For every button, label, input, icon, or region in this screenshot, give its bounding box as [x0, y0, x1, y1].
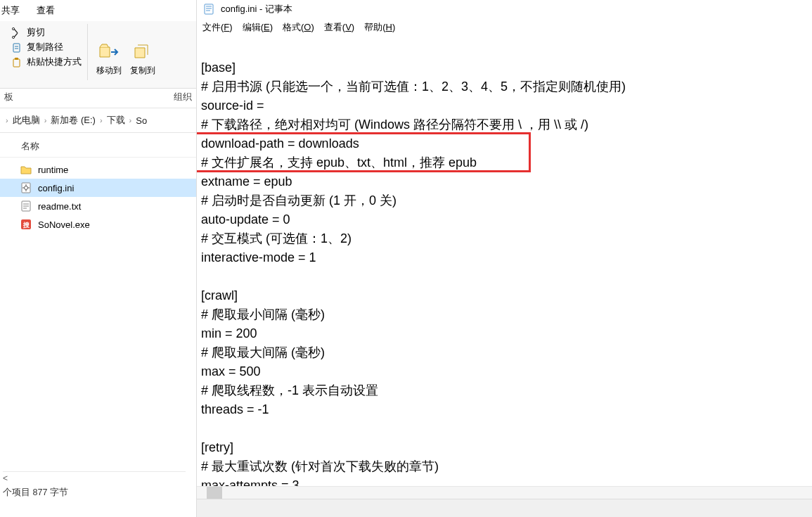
notepad-icon [202, 3, 215, 15]
text-line: source-id = [201, 98, 264, 113]
text-line: interactive-mode = 1 [201, 250, 316, 264]
copy-path-icon [11, 42, 22, 53]
list-item[interactable]: readme.txt [0, 197, 196, 215]
text-line: # 爬取最大间隔 (毫秒) [201, 345, 325, 359]
breadcrumb-pc[interactable]: 此电脑 [13, 114, 40, 127]
ribbon-group-organize: 移动到 复制到 [89, 24, 162, 88]
ribbon-tab-row: 共享 查看 [0, 0, 196, 21]
text-line: min = 200 [201, 326, 257, 340]
explorer-window: 共享 查看 剪切 复制路径 [0, 0, 197, 517]
list-item[interactable]: config.ini [0, 179, 196, 197]
exe-file-icon: 搜 [20, 218, 32, 231]
svg-rect-2 [13, 44, 20, 52]
text-line: [crawl] [201, 288, 238, 302]
notepad-titlebar: config.ini - 记事本 [197, 0, 812, 18]
cut-button[interactable]: 剪切 [11, 27, 82, 39]
txt-file-icon [20, 200, 32, 212]
text-line: # 启动时是否自动更新 (1 开，0 关) [201, 193, 397, 208]
column-header-name[interactable]: 名称 [0, 133, 196, 158]
breadcrumb-folder-cut[interactable]: So [136, 115, 147, 126]
svg-text:搜: 搜 [22, 222, 30, 229]
text-line: # 爬取线程数，-1 表示自动设置 [201, 383, 378, 397]
breadcrumb[interactable]: › 此电脑 › 新加卷 (E:) › 下载 › So [0, 108, 196, 133]
copy-to-label: 复制到 [130, 65, 155, 77]
text-line: # 交互模式 (可选值：1、2) [201, 231, 352, 245]
menu-view[interactable]: 查看(V) [324, 21, 354, 34]
horizontal-scrollbar[interactable]: < [3, 471, 186, 483]
text-line: [base] [201, 60, 236, 75]
notepad-textarea[interactable]: [base] # 启用书源 (只能选一个，当前可选值：1、2、3、4、5，不指定… [197, 38, 812, 486]
text-line: auto-update = 0 [201, 212, 290, 226]
file-name: readme.txt [38, 201, 81, 212]
paste-shortcut-label: 粘贴快捷方式 [27, 56, 82, 68]
ribbon-group-clipboard: 剪切 复制路径 粘贴快捷方式 [0, 24, 86, 88]
chevron-right-icon: › [4, 116, 10, 125]
svg-point-0 [12, 27, 14, 30]
notepad-statusbar [197, 499, 812, 517]
ribbon-separator [87, 24, 88, 80]
list-item[interactable]: 搜 SoNovel.exe [0, 215, 196, 234]
svg-rect-10 [205, 4, 213, 14]
paste-shortcut-icon [11, 57, 22, 68]
cut-label: 剪切 [27, 27, 45, 39]
text-line: max = 500 [201, 364, 261, 378]
ribbon-footer: 板 组织 [0, 89, 196, 108]
scroll-left-arrow[interactable]: < [3, 473, 8, 483]
notepad-title: config.ini - 记事本 [221, 3, 292, 15]
folder-icon [20, 163, 32, 176]
file-name: SoNovel.exe [38, 219, 90, 230]
text-line: # 最大重试次数 (针对首次下载失败的章节) [201, 459, 439, 473]
scrollbar-thumb[interactable] [207, 487, 222, 499]
text-line: # 启用书源 (只能选一个，当前可选值：1、2、3、4、5，不指定则随机使用) [201, 79, 626, 94]
file-name: config.ini [38, 183, 74, 193]
svg-rect-4 [15, 58, 18, 60]
explorer-status: 个项目 877 字节 [0, 485, 71, 500]
paste-shortcut-button[interactable]: 粘贴快捷方式 [11, 56, 82, 68]
chevron-right-icon: › [43, 116, 49, 125]
breadcrumb-drive[interactable]: 新加卷 (E:) [51, 114, 96, 127]
file-list: runtime config.ini readme.txt 搜 SoNovel.… [0, 158, 196, 234]
move-to-label: 移动到 [96, 65, 122, 77]
copy-to-icon [131, 39, 155, 63]
ribbon-tab-view[interactable]: 查看 [37, 4, 55, 17]
menu-help[interactable]: 帮助(H) [364, 21, 395, 34]
chevron-right-icon: › [98, 116, 104, 125]
move-to-icon [97, 39, 121, 63]
notepad-menubar: 文件(F) 编辑(E) 格式(O) 查看(V) 帮助(H) [197, 18, 812, 38]
copy-path-label: 复制路径 [27, 42, 63, 53]
list-item[interactable]: runtime [0, 160, 196, 179]
svg-point-1 [12, 36, 14, 38]
text-line: download-path = downloads [201, 136, 359, 151]
text-line: max-attempts = 3 [201, 478, 299, 486]
text-line: # 文件扩展名，支持 epub、txt、html，推荐 epub [201, 155, 477, 170]
text-line: # 爬取最小间隔 (毫秒) [201, 307, 325, 321]
file-name: runtime [38, 165, 68, 175]
text-line: threads = -1 [201, 402, 269, 416]
breadcrumb-downloads[interactable]: 下载 [107, 114, 125, 127]
svg-rect-3 [13, 59, 20, 67]
ribbon-tab-share[interactable]: 共享 [1, 4, 20, 17]
copy-to-button[interactable]: 复制到 [127, 39, 158, 77]
text-line: # 下载路径，绝对相对均可 (Windows 路径分隔符不要用 \ ，用 \\ … [201, 117, 588, 132]
text-line: [retry] [201, 440, 233, 454]
ribbon: 剪切 复制路径 粘贴快捷方式 [0, 21, 196, 89]
move-to-button[interactable]: 移动到 [94, 39, 124, 77]
menu-file[interactable]: 文件(F) [202, 21, 233, 34]
ribbon-footer-left: 板 [4, 91, 13, 103]
notepad-window: config.ini - 记事本 文件(F) 编辑(E) 格式(O) 查看(V)… [197, 0, 812, 517]
ribbon-footer-right: 组织 [174, 91, 192, 103]
menu-format[interactable]: 格式(O) [283, 21, 314, 34]
text-line: extname = epub [201, 174, 292, 189]
ini-file-icon [20, 181, 32, 194]
menu-edit[interactable]: 编辑(E) [243, 21, 273, 34]
copy-path-button[interactable]: 复制路径 [11, 42, 82, 53]
scissors-icon [11, 27, 22, 39]
chevron-right-icon: › [128, 116, 134, 125]
notepad-horizontal-scrollbar[interactable] [197, 486, 812, 499]
